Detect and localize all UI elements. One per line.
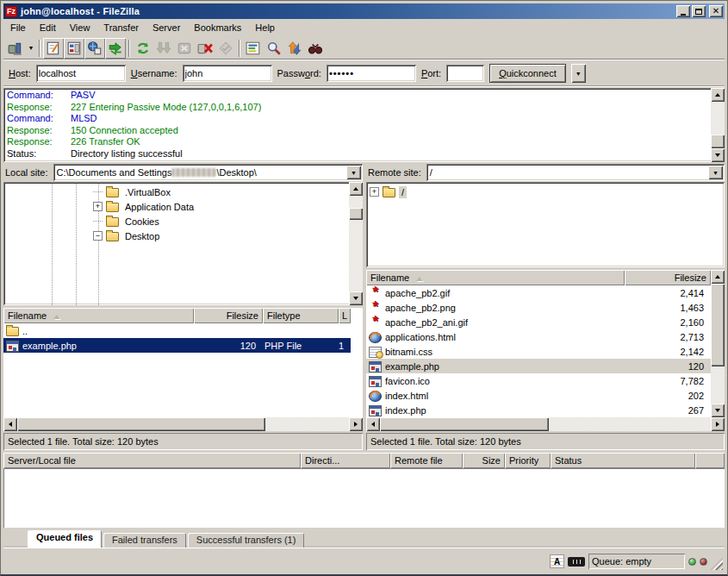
- tree-expander[interactable]: [93, 231, 103, 241]
- menu-item[interactable]: Bookmarks: [187, 20, 248, 35]
- scroll-left-button[interactable]: [366, 417, 380, 431]
- refresh-icon[interactable]: [133, 38, 153, 59]
- scroll-left-button[interactable]: [3, 417, 17, 431]
- file-row[interactable]: apache_pb2.gif 2,414: [366, 285, 711, 300]
- find-files-icon[interactable]: [305, 38, 326, 59]
- file-row[interactable]: index.php 267: [366, 403, 711, 417]
- menu-item[interactable]: Transfer: [96, 20, 146, 35]
- host-input[interactable]: [36, 65, 126, 82]
- maximize-button[interactable]: [692, 5, 706, 17]
- close-button[interactable]: ✕: [709, 5, 723, 17]
- column-header-filesize[interactable]: Filesize: [625, 270, 711, 285]
- tree-item[interactable]: .VirtualBox: [3, 185, 349, 199]
- column-header-size[interactable]: Size: [463, 453, 505, 468]
- scroll-thumb[interactable]: [711, 135, 725, 148]
- disconnect-icon[interactable]: [195, 38, 215, 59]
- scroll-track[interactable]: [265, 417, 349, 431]
- file-row[interactable]: ..: [3, 323, 351, 338]
- username-input[interactable]: [183, 65, 272, 82]
- datatype-indicator-icon[interactable]: A: [550, 554, 564, 568]
- file-row[interactable]: apache_pb2.png 1,463: [366, 300, 711, 315]
- column-header-modified[interactable]: L: [339, 308, 351, 323]
- scroll-down-button[interactable]: [349, 291, 363, 305]
- scroll-track[interactable]: [711, 102, 725, 135]
- toggle-message-log-icon[interactable]: [43, 38, 64, 59]
- scroll-track[interactable]: [349, 196, 363, 208]
- scroll-thumb[interactable]: [17, 417, 265, 431]
- file-row[interactable]: example.php 120 PHP File 1: [3, 338, 351, 353]
- tab-successful-transfers[interactable]: Successful transfers (1): [188, 533, 305, 548]
- tree-item[interactable]: Application Data: [3, 199, 349, 214]
- local-path-combo[interactable]: C:\Documents and Settings\Desktop\ ▼: [53, 164, 363, 181]
- synchronized-browsing-icon[interactable]: [284, 38, 305, 59]
- cancel-operation-icon[interactable]: [174, 38, 195, 59]
- tree-expander[interactable]: [370, 187, 379, 197]
- reconnect-icon[interactable]: [215, 38, 236, 59]
- menu-item[interactable]: Help: [248, 20, 282, 35]
- column-header-filesize[interactable]: Filesize: [194, 308, 263, 323]
- column-header-status[interactable]: Status: [551, 453, 695, 468]
- tab-failed-transfers[interactable]: Failed transfers: [103, 533, 186, 548]
- remote-hscrollbar[interactable]: [366, 417, 725, 431]
- file-row[interactable]: applications.html 2,713: [366, 329, 711, 344]
- column-header-remote-file[interactable]: Remote file: [390, 453, 463, 468]
- remote-vscrollbar[interactable]: [711, 270, 725, 417]
- minimize-button[interactable]: [676, 5, 690, 17]
- scroll-down-button[interactable]: [711, 148, 725, 162]
- directory-comparison-icon[interactable]: [264, 38, 284, 59]
- column-header-server-local-file[interactable]: Server/Local file: [3, 453, 301, 468]
- toggle-local-tree-icon[interactable]: [64, 38, 84, 59]
- local-hscrollbar[interactable]: [3, 417, 363, 431]
- column-header-filename[interactable]: Filename: [366, 270, 625, 285]
- scroll-thumb[interactable]: [380, 417, 549, 431]
- log-scrollbar[interactable]: [711, 88, 725, 162]
- scroll-thumb[interactable]: [711, 284, 725, 366]
- file-row[interactable]: example.php 120: [366, 359, 711, 373]
- tree-expander[interactable]: [93, 191, 103, 192]
- local-path-dropdown[interactable]: ▼: [346, 166, 361, 179]
- toggle-transfer-queue-icon[interactable]: [105, 38, 126, 59]
- site-manager-icon[interactable]: [5, 38, 26, 59]
- file-row[interactable]: index.html 202: [366, 388, 711, 403]
- scroll-thumb[interactable]: [349, 208, 363, 220]
- column-header-direction[interactable]: Directi...: [301, 453, 390, 468]
- remote-path-dropdown[interactable]: ▼: [708, 166, 723, 179]
- tree-expander[interactable]: [93, 221, 103, 222]
- quickconnect-dropdown[interactable]: ▼: [571, 64, 586, 83]
- process-queue-icon[interactable]: [153, 38, 174, 59]
- toggle-remote-tree-icon[interactable]: [84, 38, 105, 59]
- tab-queued-files[interactable]: Queued files: [28, 530, 102, 548]
- quickconnect-button[interactable]: Quickconnect: [489, 64, 566, 83]
- scroll-up-button[interactable]: [711, 270, 725, 284]
- scroll-right-button[interactable]: [349, 417, 363, 431]
- speed-limit-icon[interactable]: [568, 557, 585, 567]
- column-header-filename[interactable]: Filename: [3, 308, 194, 323]
- menu-item[interactable]: File: [3, 20, 33, 35]
- site-manager-dropdown[interactable]: ▼: [26, 39, 36, 58]
- password-input[interactable]: [327, 65, 416, 82]
- port-input[interactable]: [446, 65, 484, 82]
- scroll-up-button[interactable]: [711, 88, 725, 102]
- column-header-filetype[interactable]: Filetype: [263, 308, 339, 323]
- scroll-track[interactable]: [711, 366, 725, 404]
- menu-item[interactable]: Server: [146, 20, 187, 35]
- menu-item[interactable]: Edit: [33, 20, 63, 35]
- tree-expander[interactable]: [93, 202, 103, 211]
- scroll-right-button[interactable]: [711, 417, 725, 431]
- tree-item[interactable]: Desktop: [3, 229, 349, 243]
- tree-item[interactable]: /: [366, 185, 725, 199]
- remote-path-combo[interactable]: / ▼: [426, 164, 725, 181]
- resize-grip[interactable]: [711, 558, 723, 570]
- menu-item[interactable]: View: [63, 20, 97, 35]
- tree-item[interactable]: Cookies: [3, 214, 349, 229]
- scroll-track[interactable]: [549, 417, 711, 431]
- column-header-priority[interactable]: Priority: [505, 453, 551, 468]
- local-tree-scrollbar[interactable]: [349, 182, 363, 305]
- directory-filters-icon[interactable]: [243, 38, 264, 59]
- file-row[interactable]: apache_pb2_ani.gif 2,160: [366, 315, 711, 329]
- file-row[interactable]: bitnami.css 2,142: [366, 344, 711, 359]
- scroll-up-button[interactable]: [349, 182, 363, 196]
- queue-body[interactable]: [3, 468, 725, 528]
- scroll-track[interactable]: [349, 220, 363, 291]
- file-row[interactable]: favicon.ico 7,782: [366, 373, 711, 388]
